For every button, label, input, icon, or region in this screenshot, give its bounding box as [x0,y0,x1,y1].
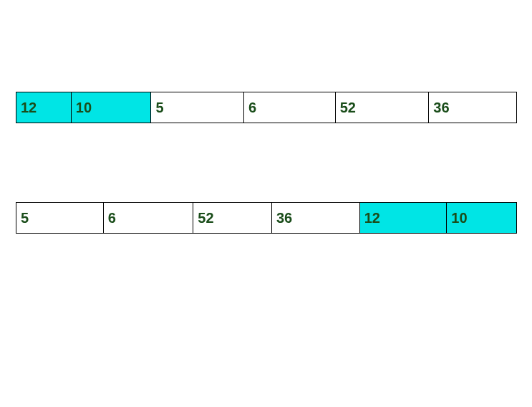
array-cell: 52 [336,92,430,123]
array-cell: 10 [447,203,516,233]
array-cell: 5 [151,92,244,123]
array-cell: 36 [429,92,516,123]
array-cell: 6 [104,203,194,233]
array-row-2: 5 6 52 36 12 10 [16,202,517,234]
array-cell: 36 [272,203,360,233]
array-cell: 52 [193,203,272,233]
array-cell: 12 [360,203,448,233]
array-cell: 6 [244,92,336,123]
array-row-1: 12 10 5 6 52 36 [16,92,517,123]
array-cell: 12 [16,92,72,123]
array-cell: 10 [72,92,152,123]
array-cell: 5 [16,203,104,233]
